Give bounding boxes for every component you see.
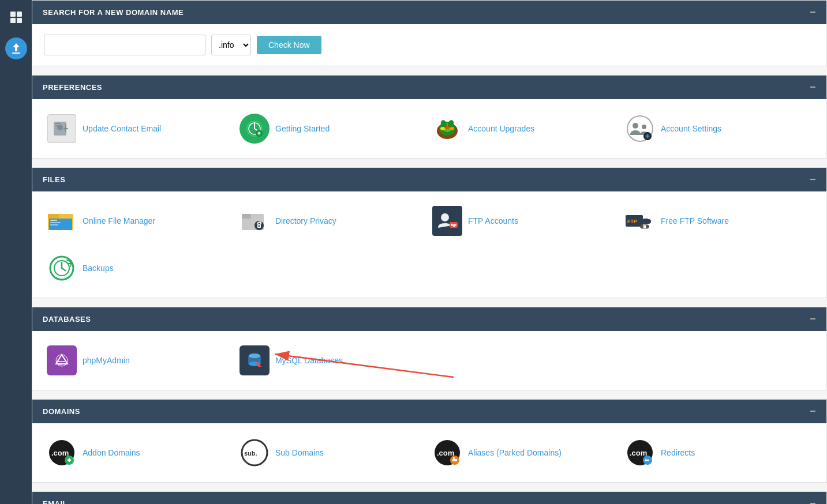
file-manager-icon-wrap [47, 206, 77, 236]
ftp-accounts-icon-wrap [432, 206, 462, 236]
directory-privacy-icon-wrap [240, 206, 270, 236]
svg-text:···: ··· [58, 363, 62, 367]
phpmyadmin-icon-wrap: ··· [47, 345, 77, 375]
menu-item-directory-privacy[interactable]: Directory Privacy [237, 203, 429, 239]
svg-point-47 [451, 224, 453, 226]
svg-point-53 [646, 219, 651, 224]
account-settings-icon [625, 114, 655, 144]
aliases-label: Aliases (Parked Domains) [468, 448, 562, 457]
account-upgrades-icon-wrap [432, 114, 462, 144]
svg-rect-10 [63, 128, 68, 129]
account-settings-icon-wrap [625, 114, 655, 144]
svg-point-26 [446, 126, 449, 129]
backups-label: Backups [83, 264, 114, 273]
svg-rect-3 [17, 18, 22, 23]
svg-rect-41 [242, 214, 251, 219]
files-header: FILES − [32, 168, 826, 191]
addon-domains-icon: .com [47, 438, 77, 468]
backups-icon-wrap [47, 253, 77, 283]
check-now-button[interactable]: Check Now [257, 36, 321, 54]
email-collapse-icon[interactable]: − [810, 498, 816, 504]
svg-point-6 [57, 125, 63, 130]
file-manager-label: Online File Manager [83, 216, 155, 225]
svg-rect-84 [452, 459, 457, 461]
domains-collapse-icon[interactable]: − [810, 405, 816, 418]
domains-body: .com Addon Domains sub. [32, 423, 826, 482]
domains-title: DOMAINS [43, 407, 80, 416]
menu-item-file-manager[interactable]: Online File Manager [44, 203, 237, 239]
files-collapse-icon[interactable]: − [810, 174, 816, 186]
addon-domains-icon-wrap: .com [47, 438, 77, 468]
files-body: Online File Manager [32, 191, 826, 298]
menu-item-addon-domains[interactable]: .com Addon Domains [44, 435, 237, 471]
menu-item-redirects[interactable]: .com Redirects [622, 435, 815, 471]
menu-item-ftp-accounts[interactable]: FTP Accounts [429, 203, 622, 239]
backups-icon [47, 253, 77, 283]
svg-point-25 [450, 127, 454, 130]
preferences-collapse-icon[interactable]: − [810, 81, 816, 93]
svg-point-69 [249, 353, 260, 358]
email-panel: EMAIL − Email Accounts [32, 491, 827, 504]
menu-item-aliases[interactable]: .com Aliases (Parked Domains) [429, 435, 622, 471]
domain-extension-select[interactable]: .info.com.net.org.biz [211, 35, 251, 55]
domains-header: DOMAINS − [32, 400, 826, 423]
search-domain-title: SEARCH FOR A NEW DOMAIN NAME [43, 8, 184, 17]
svg-point-44 [259, 225, 260, 227]
directory-privacy-label: Directory Privacy [275, 216, 336, 225]
directory-privacy-icon [240, 206, 270, 236]
databases-title: DATABASES [43, 315, 91, 324]
svg-text:FTP: FTP [627, 219, 637, 224]
svg-rect-8 [55, 125, 58, 126]
menu-item-account-settings[interactable]: Account Settings [622, 111, 815, 146]
svg-rect-7 [55, 123, 60, 124]
update-contact-label: Update Contact Email [83, 124, 161, 133]
menu-item-mysql[interactable]: MySQL Databases [237, 343, 429, 378]
sub-domains-icon-wrap: sub. [240, 438, 270, 468]
file-manager-icon [47, 206, 77, 236]
aliases-icon-wrap: .com [432, 438, 462, 468]
aliases-icon: .com [432, 438, 462, 468]
account-upgrades-label: Account Upgrades [468, 124, 534, 133]
contact-icon [47, 114, 76, 143]
free-ftp-icon-wrap: FTP [625, 206, 655, 236]
svg-rect-35 [48, 214, 59, 219]
menu-item-sub-domains[interactable]: sub. Sub Domains [237, 435, 429, 471]
databases-body: ··· phpMyAdmin [32, 331, 826, 390]
account-upgrades-icon [432, 114, 462, 144]
sub-domains-icon: sub. [240, 438, 270, 468]
domain-search-input[interactable] [44, 35, 205, 55]
update-contact-icon-wrap [47, 114, 77, 144]
main-content: SEARCH FOR A NEW DOMAIN NAME − .info.com… [32, 0, 827, 504]
menu-item-free-ftp[interactable]: FTP Free FTP Software [622, 203, 815, 239]
svg-rect-4 [12, 52, 20, 54]
databases-header: DATABASES − [32, 307, 826, 331]
databases-collapse-icon[interactable]: − [810, 313, 816, 325]
menu-item-update-contact-email[interactable]: Update Contact Email [44, 111, 237, 146]
svg-rect-2 [10, 18, 16, 23]
menu-item-phpmyadmin[interactable]: ··· phpMyAdmin [44, 343, 237, 378]
svg-text:sub.: sub. [244, 450, 257, 457]
files-title: FILES [43, 175, 65, 184]
svg-text:.com: .com [630, 449, 647, 457]
sidebar-grid-icon[interactable] [5, 6, 28, 29]
sidebar-upload-icon[interactable] [5, 37, 27, 59]
svg-rect-85 [453, 457, 455, 459]
menu-item-backups[interactable]: Backups [44, 250, 237, 286]
svg-point-29 [642, 125, 646, 129]
redirects-icon: .com [625, 438, 655, 468]
files-panel: FILES − [32, 167, 827, 298]
phpmyadmin-icon: ··· [47, 345, 77, 375]
svg-rect-0 [10, 12, 16, 17]
phpmyadmin-label: phpMyAdmin [83, 356, 130, 365]
menu-item-account-upgrades[interactable]: Account Upgrades [429, 111, 622, 146]
sub-domains-label: Sub Domains [275, 448, 324, 457]
email-header: EMAIL − [32, 492, 826, 504]
search-domain-header: SEARCH FOR A NEW DOMAIN NAME − [32, 1, 826, 24]
menu-item-getting-started[interactable]: Getting Started [237, 111, 429, 146]
svg-point-28 [633, 123, 638, 129]
search-collapse-icon[interactable]: − [810, 6, 816, 18]
redirects-icon-wrap: .com [625, 438, 655, 468]
svg-rect-49 [453, 225, 455, 227]
ftp-accounts-label: FTP Accounts [468, 216, 518, 225]
getting-started-icon [240, 114, 270, 144]
